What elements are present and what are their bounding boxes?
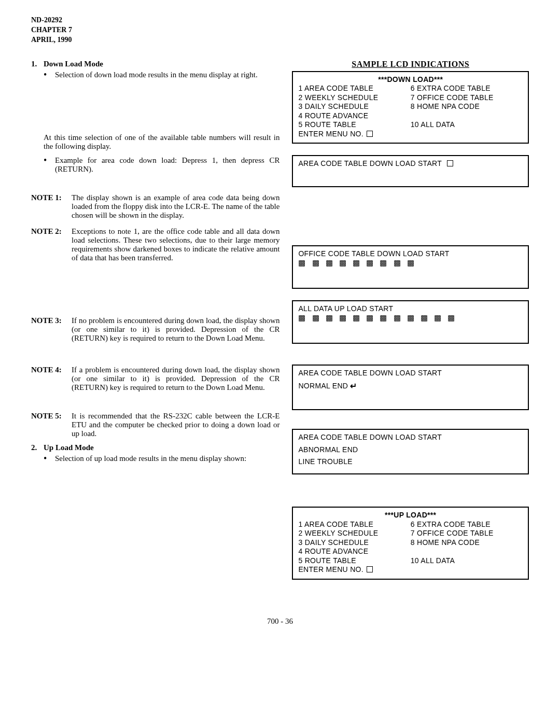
paragraph-after: At this time selection of one of the ava… (44, 133, 279, 151)
note-1-text: The display shown is an example of area … (72, 193, 279, 220)
lcd-normal-end: AREA CODE TABLE DOWN LOAD START NORMAL E… (292, 365, 529, 410)
section-1-title: Down Load Mode (44, 60, 103, 68)
example-bullet: • Example for area code down load: Depre… (44, 156, 279, 174)
note-2-label: NOTE 2: (31, 227, 72, 262)
section-1-bullet-text: Selection of down load mode results in t… (55, 71, 279, 79)
note-3-label: NOTE 3: (31, 316, 72, 343)
lcd-alldata-upload: ALL DATA UP LOAD START ▩ ▩ ▩ ▩ ▩ ▩ ▩ ▩ ▩… (292, 300, 529, 344)
note-2-text: Exceptions to note 1, are the office cod… (72, 227, 279, 262)
note-4-text: If a problem is encountered during down … (72, 366, 279, 392)
note-3: NOTE 3: If no problem is encountered dur… (31, 316, 279, 343)
lcd7-col-a: 1 AREA CODE TABLE 2 WEEKLY SCHEDULE 3 DA… (298, 520, 410, 566)
lcd-upload-menu: ***UP LOAD*** 1 AREA CODE TABLE 2 WEEKLY… (292, 507, 529, 580)
note-1: NOTE 1: The display shown is an example … (31, 193, 279, 220)
lcd5-line1: AREA CODE TABLE DOWN LOAD START (298, 369, 523, 378)
chapter-label: CHAPTER 7 (31, 25, 529, 35)
lcd1-col-b: 6 EXTRA CODE TABLE 7 OFFICE CODE TABLE 8… (411, 84, 523, 130)
lcd-download-menu: ***DOWN LOAD*** 1 AREA CODE TABLE 2 WEEK… (292, 71, 529, 144)
cursor-icon (367, 131, 373, 137)
lcd7-col-b: 6 EXTRA CODE TABLE 7 OFFICE CODE TABLE 8… (411, 520, 523, 566)
bullet-icon: • (44, 71, 55, 79)
lcd7-enter: ENTER MENU NO. (298, 565, 523, 575)
lcd-abnormal-end: AREA CODE TABLE DOWN LOAD START ABNORMAL… (292, 429, 529, 474)
note-3-text: If no problem is encountered during down… (72, 316, 279, 343)
doc-number: ND-20292 (31, 16, 529, 25)
section-2-number: 2. (31, 443, 44, 452)
lcd7-title: ***UP LOAD*** (298, 511, 523, 520)
lcd-area-start: AREA CODE TABLE DOWN LOAD START (292, 155, 529, 187)
page-number: 700 - 36 (31, 617, 529, 626)
note-2: NOTE 2: Exceptions to note 1, are the of… (31, 227, 279, 262)
section-2-bullet-text: Selection of up load mode results in the… (55, 454, 279, 463)
lcd3-blocks: ▩ ▩ ▩ ▩ ▩ ▩ ▩ ▩ ▩ (298, 259, 523, 267)
left-column: 1. Down Load Mode • Selection of down lo… (31, 60, 279, 591)
cursor-icon (367, 566, 373, 572)
lcd1-title: ***DOWN LOAD*** (298, 75, 523, 85)
lcd6-line2: ABNORMAL END (298, 445, 523, 455)
lcd6-line1: AREA CODE TABLE DOWN LOAD START (298, 433, 523, 442)
note-1-label: NOTE 1: (31, 193, 72, 220)
return-icon: ↵ (350, 381, 357, 391)
right-column: SAMPLE LCD INDICATIONS ***DOWN LOAD*** 1… (292, 60, 529, 591)
example-bullet-text: Example for area code down load: Depress… (55, 156, 279, 174)
section-2: 2. Up Load Mode (31, 443, 279, 452)
lcd1-enter: ENTER MENU NO. (298, 130, 523, 139)
cursor-icon (447, 160, 453, 166)
note-5: NOTE 5: It is recommended that the RS-23… (31, 412, 279, 438)
section-2-title: Up Load Mode (44, 443, 94, 452)
lcd4-line1: ALL DATA UP LOAD START (298, 304, 523, 314)
page-header: ND-20292 CHAPTER 7 APRIL, 1990 (31, 16, 529, 45)
note-5-text: It is recommended that the RS-232C cable… (72, 412, 279, 438)
note-4: NOTE 4: If a problem is encountered duri… (31, 366, 279, 392)
bullet-icon: • (44, 156, 55, 174)
lcd2-line1: AREA CODE TABLE DOWN LOAD START (298, 159, 441, 167)
lcd-heading: SAMPLE LCD INDICATIONS (292, 60, 529, 69)
lcd-office-start: OFFICE CODE TABLE DOWN LOAD START ▩ ▩ ▩ … (292, 245, 529, 289)
lcd3-line1: OFFICE CODE TABLE DOWN LOAD START (298, 249, 523, 259)
bullet-icon: • (44, 454, 55, 463)
lcd5-line2: NORMAL END (298, 382, 348, 390)
lcd1-col-a: 1 AREA CODE TABLE 2 WEEKLY SCHEDULE 3 DA… (298, 84, 410, 130)
section-2-bullet: • Selection of up load mode results in t… (44, 454, 279, 463)
section-1-bullet: • Selection of down load mode results in… (44, 71, 279, 79)
note-5-label: NOTE 5: (31, 412, 72, 438)
doc-date: APRIL, 1990 (31, 35, 529, 45)
lcd4-blocks: ▩ ▩ ▩ ▩ ▩ ▩ ▩ ▩ ▩ ▩ ▩ ▩ (298, 314, 523, 321)
section-1: 1. Down Load Mode (31, 60, 279, 68)
section-1-number: 1. (31, 60, 44, 68)
note-4-label: NOTE 4: (31, 366, 72, 392)
lcd6-line3: LINE TROUBLE (298, 457, 523, 467)
